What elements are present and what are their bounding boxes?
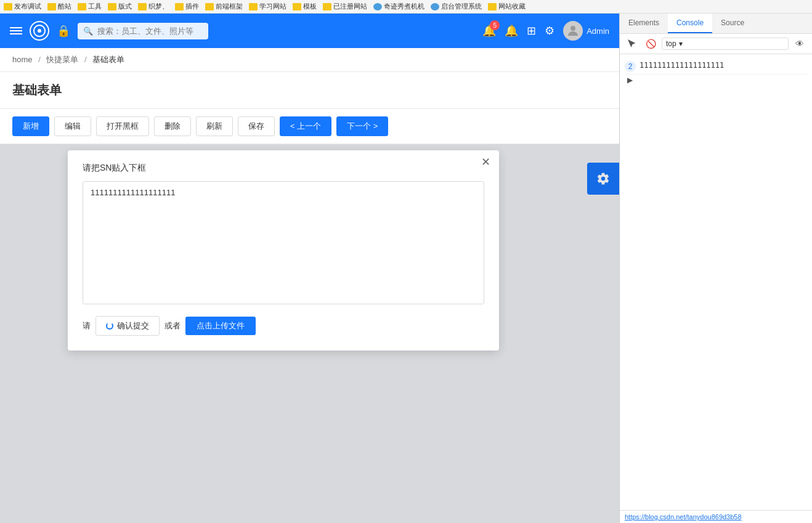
context-value: top [666, 39, 676, 48]
modal-overlay: ✕ 请把SN贴入下框 请 确认提交 或者 点击上传文件 [0, 144, 619, 523]
bookmark-item[interactable]: 网站收藏 [488, 2, 526, 11]
toolbar-next-button[interactable]: 下一个 > [336, 116, 388, 136]
toolbar-delete-button[interactable]: 删除 [154, 116, 191, 136]
bookmark-item[interactable]: 模板 [293, 2, 317, 11]
bookmark-item[interactable]: 工具 [78, 2, 102, 11]
svg-point-1 [570, 26, 575, 31]
devtools-content: 2 1111111111111111111 ▶ [620, 54, 812, 510]
breadcrumb-sep-2: / [84, 55, 87, 64]
globe-icon [373, 3, 382, 10]
search-input[interactable] [78, 23, 208, 39]
breadcrumb-parent[interactable]: 快捷菜单 [46, 55, 78, 64]
bookmark-item[interactable]: 版式 [108, 2, 132, 11]
avatar [563, 21, 583, 41]
modal-close-button[interactable]: ✕ [481, 156, 490, 168]
username-label: Admin [587, 26, 609, 36]
folder-icon [175, 3, 184, 10]
breadcrumb-sep-1: / [38, 55, 41, 64]
bookmark-item[interactable]: 学习网站 [249, 2, 286, 11]
context-selector[interactable]: top ▾ [662, 38, 789, 50]
eye-button[interactable]: 👁 [792, 36, 807, 51]
confirm-submit-button[interactable]: 确认提交 [95, 316, 160, 336]
tab-elements[interactable]: Elements [620, 14, 668, 33]
modal-dialog: ✕ 请把SN贴入下框 请 确认提交 或者 点击上传文件 [68, 150, 499, 351]
modal-footer-prefix: 请 [83, 320, 91, 331]
or-text: 或者 [164, 320, 181, 331]
folder-icon [108, 3, 116, 10]
console-expand-button[interactable]: ▶ [625, 75, 807, 86]
modal-title: 请把SN贴入下框 [83, 163, 484, 174]
sn-textarea[interactable] [83, 181, 484, 304]
devtools-panel: Elements Console Source 🚫 top ▾ 👁 2 1111… [619, 14, 812, 523]
alert-bell-button[interactable]: 🔔 [505, 24, 518, 38]
toolbar-save-button[interactable]: 保存 [238, 116, 275, 136]
notification-bell-button[interactable]: 🔔 5 [482, 24, 496, 38]
folder-icon [4, 3, 12, 10]
console-entry-text: 1111111111111111111 [639, 61, 724, 70]
settings-button[interactable]: ⚙ [545, 24, 554, 38]
folder-icon [78, 3, 86, 10]
header: 🔒 🔍 🔔 5 🔔 ⊞ ⚙ [0, 14, 619, 48]
clear-console-button[interactable]: 🚫 [643, 36, 658, 51]
toolbar: 新增 编辑 打开黑框 删除 刷新 保存 < 上一个 下一个 > [0, 109, 619, 144]
svg-point-0 [38, 29, 41, 33]
loading-spinner [106, 322, 113, 330]
toolbar-prev-button[interactable]: < 上一个 [280, 116, 331, 136]
folder-icon [249, 3, 258, 10]
globe-icon [431, 3, 439, 10]
bookmark-item[interactable]: 发布调试 [4, 2, 41, 11]
bookmark-item[interactable]: 已注册网站 [323, 2, 367, 11]
notification-badge: 5 [490, 20, 500, 30]
breadcrumb-current: 基础表单 [92, 55, 124, 64]
folder-icon [47, 3, 56, 10]
bookmark-item[interactable]: 前端框架 [205, 2, 243, 11]
devtools-toolbar: 🚫 top ▾ 👁 [620, 34, 812, 54]
bookmark-item[interactable]: 奇迹秀煮机机 [373, 2, 424, 11]
bookmark-item[interactable]: 插件 [175, 2, 199, 11]
logo [30, 21, 49, 41]
folder-icon [323, 3, 331, 10]
toolbar-add-button[interactable]: 新增 [12, 116, 49, 136]
upload-file-button[interactable]: 点击上传文件 [185, 317, 256, 335]
menu-toggle-button[interactable] [10, 27, 22, 34]
header-icons: 🔔 5 🔔 ⊞ ⚙ Admin [482, 21, 609, 41]
modal-footer: 请 确认提交 或者 点击上传文件 [83, 316, 484, 336]
inspect-element-button[interactable] [625, 36, 639, 51]
confirm-label: 确认提交 [117, 320, 149, 331]
page-content: ✕ 请把SN贴入下框 请 确认提交 或者 点击上传文件 [0, 144, 619, 523]
bookmark-item[interactable]: 织梦、 [138, 2, 169, 11]
grid-button[interactable]: ⊞ [527, 24, 536, 38]
folder-icon [488, 3, 497, 10]
user-avatar-button[interactable]: Admin [563, 21, 609, 41]
main-panel: 🔒 🔍 🔔 5 🔔 ⊞ ⚙ [0, 14, 619, 523]
page-title-area: 基础表单 [0, 72, 619, 109]
folder-icon [293, 3, 301, 10]
chevron-down-icon: ▾ [679, 39, 683, 48]
bookmark-item[interactable]: 酷站 [47, 2, 71, 11]
folder-icon [138, 3, 147, 10]
tab-console[interactable]: Console [668, 14, 712, 33]
bookmarks-bar: (function(){ const data = JSON.parse(doc… [0, 0, 812, 14]
console-count-badge: 2 [625, 61, 636, 72]
breadcrumb-home[interactable]: home [12, 55, 33, 64]
bookmark-item[interactable]: 启台管理系统 [431, 2, 482, 11]
lock-icon[interactable]: 🔒 [57, 24, 70, 38]
search-icon: 🔍 [83, 26, 93, 36]
toolbar-refresh-button[interactable]: 刷新 [196, 116, 233, 136]
search-wrapper: 🔍 [78, 23, 273, 39]
page-title: 基础表单 [12, 82, 607, 99]
devtools-footer-url[interactable]: https://blog.csdn.net/tanydou869d3b58 [620, 510, 812, 523]
console-entry: 2 1111111111111111111 [625, 59, 807, 75]
toolbar-open-blackbox-button[interactable]: 打开黑框 [96, 116, 149, 136]
breadcrumb: home / 快捷菜单 / 基础表单 [0, 48, 619, 72]
devtools-tabs: Elements Console Source [620, 14, 812, 34]
toolbar-edit-button[interactable]: 编辑 [54, 116, 91, 136]
tab-source[interactable]: Source [712, 14, 753, 33]
folder-icon [205, 3, 214, 10]
